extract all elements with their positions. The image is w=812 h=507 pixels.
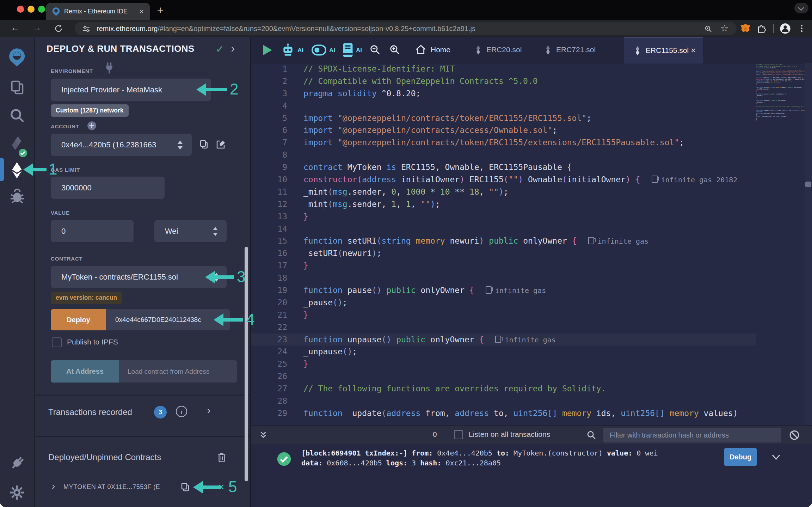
- annotation-label-2: 2: [230, 80, 238, 98]
- code-line: 11 _mint(msg.sender, 0, 1000 * 10 ** 18,…: [251, 186, 756, 198]
- zoom-icon[interactable]: [704, 25, 713, 33]
- editor-minimap[interactable]: // SPDX-License-Identifier: MIT// Compat…: [756, 64, 805, 121]
- new-tab-button[interactable]: +: [157, 4, 164, 16]
- traffic-light-minimize[interactable]: [27, 6, 35, 13]
- code-line: 3pragma solidity ^0.8.20;: [251, 87, 756, 100]
- tx-log-line-1[interactable]: [block:6694901 txIndex:-] from: 0x4e4...…: [301, 449, 658, 457]
- line-number: 6: [251, 124, 287, 136]
- browser-tab[interactable]: Remix - Ethereum IDE ×: [46, 3, 150, 20]
- deploy-button[interactable]: Deploy: [51, 309, 106, 330]
- bookmark-star-icon[interactable]: ☆: [720, 23, 728, 34]
- forward-button[interactable]: →: [32, 22, 42, 33]
- copy-account-icon[interactable]: [199, 139, 209, 150]
- at-address-input[interactable]: Load contract from Address: [119, 360, 237, 383]
- contract-select[interactable]: MyToken - contracts/ERC1155.sol: [51, 266, 227, 288]
- line-number: 23: [251, 334, 287, 346]
- edit-account-icon[interactable]: [215, 139, 226, 150]
- code-line: 27 // The following functions are overri…: [251, 383, 756, 395]
- line-number: 26: [251, 370, 287, 383]
- environment-plug-icon[interactable]: [104, 62, 115, 74]
- code-text: }: [303, 358, 308, 370]
- value-unit-select[interactable]: Wei: [154, 220, 227, 242]
- transactions-expand-chevron[interactable]: ›: [207, 404, 211, 417]
- tab-erc20[interactable]: ERC20.sol: [486, 45, 522, 54]
- editor-scrollbar-thumb[interactable]: [805, 182, 811, 187]
- minimap-line: function _update(address from, address t…: [756, 110, 805, 111]
- account-select[interactable]: 0x4e4...420b5 (16.2381663: [51, 134, 192, 156]
- zoom-out-icon[interactable]: [369, 44, 381, 55]
- search-icon[interactable]: [9, 108, 25, 124]
- gas-limit-input[interactable]: 3000000: [51, 177, 165, 199]
- traffic-light-maximize[interactable]: [38, 6, 45, 13]
- publish-ipfs-checkbox[interactable]: [52, 337, 62, 347]
- copy-address-icon[interactable]: [180, 482, 191, 493]
- tab-search-button[interactable]: [794, 3, 808, 13]
- deploy-run-panel: DEPLOY & RUN TRANSACTIONS ✓ › ENVIRONMEN…: [35, 37, 251, 507]
- unit-caret-down: [213, 233, 218, 236]
- listen-checkbox[interactable]: [454, 430, 463, 439]
- terminal-filter-input[interactable]: Filter with transaction hash or address: [603, 428, 781, 442]
- annotation-label-4: 4: [246, 311, 254, 328]
- tx-success-icon: [277, 452, 291, 466]
- reload-button[interactable]: [54, 24, 63, 33]
- plugin-manager-icon[interactable]: [9, 455, 25, 471]
- collapse-terminal-icon[interactable]: [259, 430, 268, 440]
- code-line: 10 constructor(address initialOwner) ERC…: [251, 173, 756, 186]
- annotation-label-1: 1: [49, 160, 57, 178]
- tab-erc1155-active[interactable]: ERC1155.sol ×: [624, 37, 703, 63]
- panel-collapse-chevron[interactable]: ›: [231, 41, 235, 55]
- environment-select[interactable]: Injected Provider - MetaMask: [51, 79, 211, 101]
- unit-caret-up: [213, 227, 218, 230]
- line-number: 29: [251, 407, 287, 420]
- code-text: _pause();: [303, 297, 347, 309]
- tab-close-icon[interactable]: ×: [139, 7, 144, 16]
- code-line: 1// SPDX-License-Identifier: MIT: [251, 63, 756, 75]
- file-explorer-icon[interactable]: [9, 79, 25, 96]
- toolbar-divider: [773, 24, 774, 33]
- tx-log-line-2[interactable]: data: 0x608...420b5 logs: 3 hash: 0xc21.…: [301, 459, 501, 467]
- code-line: 12 _mint(msg.sender, 1, 1, "");: [251, 198, 756, 210]
- site-settings-icon[interactable]: [82, 25, 90, 33]
- browser-menu-icon[interactable]: [801, 24, 802, 33]
- ai-assistant-robot-icon[interactable]: [281, 43, 295, 57]
- clear-contracts-trash-icon[interactable]: [217, 452, 227, 463]
- debug-button[interactable]: Debug: [724, 448, 757, 466]
- editor-scrollbar-track[interactable]: [805, 63, 812, 425]
- info-icon[interactable]: i: [176, 406, 187, 417]
- value-input[interactable]: 0: [51, 220, 134, 242]
- run-script-icon[interactable]: [263, 45, 272, 55]
- tab-home[interactable]: Home: [431, 45, 450, 54]
- tab-title: Remix - Ethereum IDE: [64, 8, 128, 15]
- debugger-bug-icon[interactable]: [9, 188, 25, 204]
- metamask-extension-icon[interactable]: [740, 23, 751, 34]
- gas-estimate-annotation: infinite gas: [588, 237, 649, 245]
- at-address-button[interactable]: At Address: [51, 360, 119, 383]
- contract-expand-chevron[interactable]: ›: [52, 481, 55, 492]
- deploy-run-icon[interactable]: [9, 161, 25, 179]
- code-line: 17 }: [251, 259, 756, 272]
- fuel-pump-icon: [495, 336, 501, 343]
- close-tab-icon[interactable]: ×: [691, 45, 696, 55]
- block-icon[interactable]: [789, 430, 800, 440]
- line-number: 18: [251, 272, 287, 284]
- traffic-light-close[interactable]: [17, 6, 24, 13]
- address-bar[interactable]: remix.ethereum.org/#lang=en&optimize=fal…: [75, 22, 737, 35]
- ai-docs-book-icon[interactable]: [342, 43, 354, 57]
- tab-erc721[interactable]: ERC721.sol: [556, 45, 596, 54]
- expand-log-chevron[interactable]: [771, 453, 781, 462]
- profile-avatar[interactable]: [780, 23, 791, 34]
- deployed-contract-item[interactable]: MYTOKEN AT 0X11E...7553F (E: [63, 483, 160, 491]
- code-line: 13 }: [251, 210, 756, 223]
- deploy-arg-input[interactable]: 0x4e44c667D0E240112438c: [106, 309, 230, 330]
- settings-gear-icon[interactable]: [9, 485, 25, 500]
- add-account-icon[interactable]: [87, 121, 97, 130]
- home-icon[interactable]: [415, 44, 426, 55]
- ai-label-2: AI: [329, 47, 335, 54]
- active-plugin-indicator: [0, 158, 4, 181]
- line-number: 11: [251, 186, 287, 198]
- code-area[interactable]: 1// SPDX-License-Identifier: MIT2// Comp…: [251, 63, 756, 425]
- extensions-puzzle-icon[interactable]: [756, 23, 766, 33]
- ai-toggle-icon[interactable]: [312, 44, 326, 56]
- back-button[interactable]: ←: [11, 22, 20, 33]
- zoom-in-icon[interactable]: [389, 44, 400, 55]
